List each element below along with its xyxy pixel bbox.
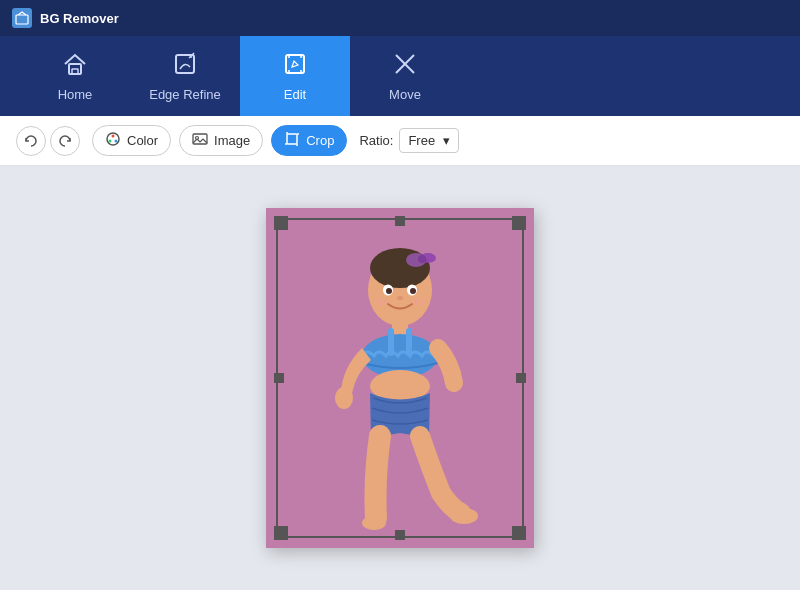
edge-refine-icon bbox=[172, 51, 198, 81]
color-label: Color bbox=[127, 133, 158, 148]
toolbar: Color Image Crop Ratio: Fre bbox=[0, 116, 800, 166]
svg-point-22 bbox=[418, 255, 426, 263]
svg-point-36 bbox=[362, 516, 386, 530]
ratio-value: Free bbox=[408, 133, 435, 148]
nav-item-edit[interactable]: Edit bbox=[240, 36, 350, 116]
svg-point-27 bbox=[374, 298, 388, 306]
home-icon bbox=[62, 51, 88, 81]
undo-button[interactable] bbox=[16, 126, 46, 156]
chevron-down-icon: ▾ bbox=[443, 133, 450, 148]
crop-handle-bl[interactable] bbox=[274, 526, 288, 540]
nav-edge-refine-label: Edge Refine bbox=[149, 87, 221, 102]
crop-handle-tl[interactable] bbox=[274, 216, 288, 230]
image-button[interactable]: Image bbox=[179, 125, 263, 156]
svg-point-37 bbox=[450, 508, 478, 524]
crop-handle-ml[interactable] bbox=[274, 373, 284, 383]
crop-icon bbox=[284, 131, 300, 150]
app-icon bbox=[12, 8, 32, 28]
svg-point-13 bbox=[115, 140, 118, 143]
color-icon bbox=[105, 131, 121, 150]
svg-rect-33 bbox=[406, 328, 412, 356]
svg-point-12 bbox=[109, 140, 112, 143]
redo-button[interactable] bbox=[50, 126, 80, 156]
undo-redo-group bbox=[16, 126, 80, 156]
crop-handle-mr[interactable] bbox=[516, 373, 526, 383]
nav-bar: Home Edge Refine Edit bbox=[0, 36, 800, 116]
svg-rect-2 bbox=[72, 69, 78, 74]
crop-label: Crop bbox=[306, 133, 334, 148]
ratio-label-text: Ratio: bbox=[359, 133, 393, 148]
crop-handle-tm[interactable] bbox=[395, 216, 405, 226]
crop-button[interactable]: Crop bbox=[271, 125, 347, 156]
image-label: Image bbox=[214, 133, 250, 148]
image-icon bbox=[192, 131, 208, 150]
svg-rect-32 bbox=[388, 328, 394, 356]
edit-icon bbox=[282, 51, 308, 81]
nav-edit-label: Edit bbox=[284, 87, 306, 102]
canvas-area bbox=[0, 166, 800, 590]
svg-point-28 bbox=[412, 298, 426, 306]
svg-point-11 bbox=[112, 135, 115, 138]
svg-rect-16 bbox=[287, 134, 297, 144]
crop-handle-tr[interactable] bbox=[512, 216, 526, 230]
nav-item-edge-refine[interactable]: Edge Refine bbox=[130, 36, 240, 116]
nav-move-label: Move bbox=[389, 87, 421, 102]
svg-rect-0 bbox=[16, 15, 28, 24]
title-bar: BG Remover bbox=[0, 0, 800, 36]
svg-point-29 bbox=[397, 296, 403, 300]
color-button[interactable]: Color bbox=[92, 125, 171, 156]
ratio-select[interactable]: Free ▾ bbox=[399, 128, 459, 153]
crop-handle-br[interactable] bbox=[512, 526, 526, 540]
crop-handle-bm[interactable] bbox=[395, 530, 405, 540]
image-card[interactable] bbox=[266, 208, 534, 548]
child-image bbox=[266, 208, 534, 548]
app-title: BG Remover bbox=[40, 11, 119, 26]
svg-point-35 bbox=[335, 387, 353, 409]
move-icon bbox=[392, 51, 418, 81]
ratio-group: Ratio: Free ▾ bbox=[359, 128, 459, 153]
svg-point-26 bbox=[410, 288, 416, 294]
nav-item-move[interactable]: Move bbox=[350, 36, 460, 116]
svg-point-25 bbox=[386, 288, 392, 294]
nav-home-label: Home bbox=[58, 87, 93, 102]
nav-item-home[interactable]: Home bbox=[20, 36, 130, 116]
